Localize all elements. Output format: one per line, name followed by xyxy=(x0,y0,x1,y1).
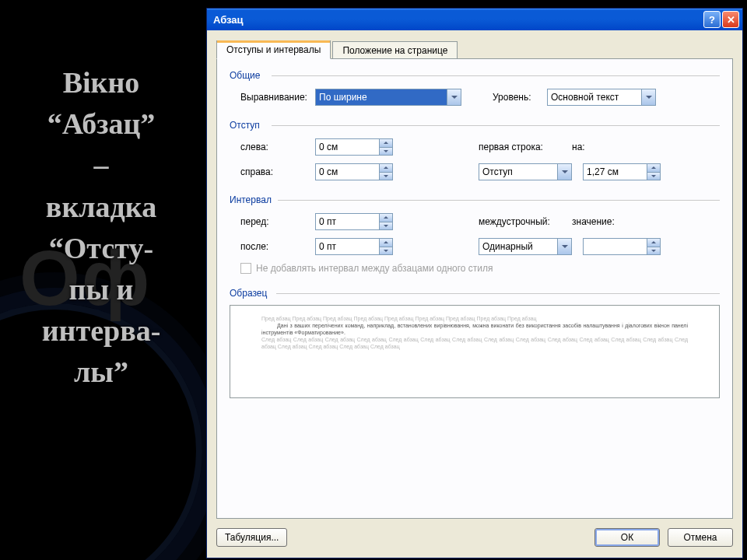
indent-left-spin[interactable] xyxy=(315,138,393,156)
chevron-down-icon[interactable] xyxy=(380,172,392,180)
help-button[interactable]: ? xyxy=(703,11,721,28)
line-spacing-combo[interactable] xyxy=(479,238,572,255)
chevron-up-icon[interactable] xyxy=(380,239,392,247)
level-combo[interactable] xyxy=(547,89,656,106)
before-spin[interactable] xyxy=(315,213,393,230)
chevron-down-icon[interactable] xyxy=(380,147,392,156)
label-before: перед: xyxy=(230,216,315,227)
before-value[interactable] xyxy=(316,214,379,229)
level-value[interactable] xyxy=(548,89,641,105)
label-right: справа: xyxy=(230,166,315,177)
chevron-down-icon[interactable] xyxy=(380,222,392,230)
first-line-combo[interactable] xyxy=(479,163,572,180)
group-label-sample: Образец xyxy=(230,288,720,299)
chevron-up-icon[interactable] xyxy=(647,164,660,172)
chevron-up-icon[interactable] xyxy=(380,214,392,222)
close-button[interactable]: ✕ xyxy=(722,11,739,28)
chevron-down-icon[interactable] xyxy=(557,239,571,254)
slide-background: Оф Вікно “Абзац” – вкладка “Отсту- пы и … xyxy=(0,0,218,560)
label-after: после: xyxy=(230,241,315,252)
label-left: слева: xyxy=(230,142,315,152)
alignment-value[interactable] xyxy=(316,89,447,105)
group-sample: Образец Пред абзац Пред абзац Пред абзац… xyxy=(230,288,720,398)
after-spin[interactable] xyxy=(315,238,393,255)
chevron-down-icon[interactable] xyxy=(641,89,655,105)
no-space-label: Не добавлять интервал между абзацами одн… xyxy=(256,263,493,274)
no-space-checkbox[interactable] xyxy=(240,263,251,274)
label-alignment: Выравнивание: xyxy=(230,92,315,103)
paragraph-dialog: Абзац ? ✕ Отступы и интервалы Положение … xyxy=(206,8,743,558)
chevron-down-icon[interactable] xyxy=(647,172,660,180)
indent-right-value[interactable] xyxy=(316,164,379,180)
after-value[interactable] xyxy=(316,239,379,254)
chevron-down-icon[interactable] xyxy=(447,89,461,105)
chevron-up-icon[interactable] xyxy=(380,164,392,172)
label-first-line: первая строка: xyxy=(479,142,572,152)
label-line-spacing: междустрочный: xyxy=(479,216,572,227)
label-value: значение: xyxy=(572,216,626,227)
by-value[interactable] xyxy=(584,164,647,180)
group-general: Общие Выравнивание: Уровень: xyxy=(230,70,720,106)
group-interval: Интервал перед: междустрочный: значение:… xyxy=(230,194,720,274)
window-title: Абзац xyxy=(213,14,702,26)
chevron-down-icon[interactable] xyxy=(647,247,660,255)
tab-position[interactable]: Положение на странице xyxy=(332,41,458,59)
spacing-value[interactable] xyxy=(584,239,647,254)
chevron-down-icon[interactable] xyxy=(557,164,571,180)
dialog-client: Отступы и интервалы Положение на страниц… xyxy=(207,30,742,519)
tab-indents[interactable]: Отступы и интервалы xyxy=(216,40,331,59)
indent-right-spin[interactable] xyxy=(315,163,393,180)
chevron-up-icon[interactable] xyxy=(647,239,660,247)
first-line-value[interactable] xyxy=(479,164,557,180)
group-label-general: Общие xyxy=(230,70,720,81)
line-spacing-value[interactable] xyxy=(479,239,557,254)
by-spin[interactable] xyxy=(583,163,661,180)
chevron-down-icon[interactable] xyxy=(380,247,392,255)
indent-left-value[interactable] xyxy=(316,139,379,155)
alignment-combo[interactable] xyxy=(315,89,461,106)
dialog-buttons: Табуляция... ОК Отмена xyxy=(207,519,742,558)
chevron-up-icon[interactable] xyxy=(380,139,392,147)
ok-button[interactable]: ОК xyxy=(594,528,660,547)
cancel-button[interactable]: Отмена xyxy=(668,528,733,547)
tabstrip: Отступы и интервалы Положение на страниц… xyxy=(216,38,733,58)
preview-box: Пред абзац Пред абзац Пред абзац Пред аб… xyxy=(230,305,720,398)
value-spin[interactable] xyxy=(583,238,661,255)
tabs-button[interactable]: Табуляция... xyxy=(216,528,287,547)
label-by: на: xyxy=(572,142,603,152)
group-indent: Отступ слева: первая строка: на: справа: xyxy=(230,120,720,180)
group-label-indent: Отступ xyxy=(230,120,720,131)
label-level: Уровень: xyxy=(493,92,547,103)
tab-panel: Общие Выравнивание: Уровень: xyxy=(216,58,733,519)
no-space-row: Не добавлять интервал между абзацами одн… xyxy=(230,263,720,274)
slide-caption: Вікно “Абзац” – вкладка “Отсту- пы и инт… xyxy=(0,62,202,394)
titlebar[interactable]: Абзац ? ✕ xyxy=(207,9,742,30)
group-label-interval: Интервал xyxy=(230,194,720,205)
